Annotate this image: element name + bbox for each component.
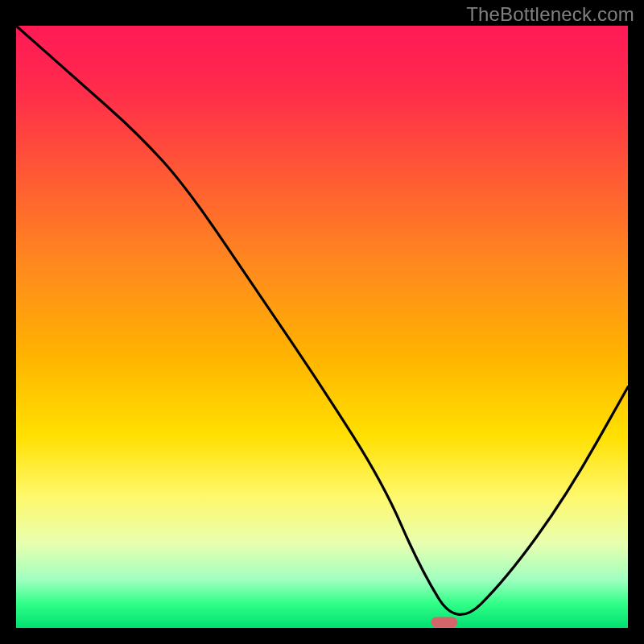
plot-area xyxy=(16,26,628,628)
chart-frame: TheBottleneck.com xyxy=(0,0,644,644)
bottleneck-curve-path xyxy=(16,26,628,614)
brand-watermark: TheBottleneck.com xyxy=(466,3,634,26)
optimal-point-marker xyxy=(431,617,458,627)
curve-svg xyxy=(16,26,628,628)
